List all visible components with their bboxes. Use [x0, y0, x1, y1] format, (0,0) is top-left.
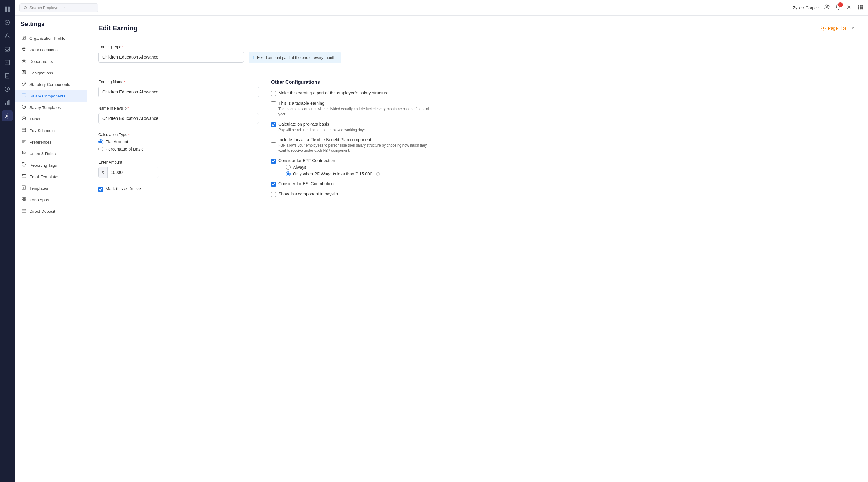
time-icon[interactable]: [2, 84, 13, 95]
calculation-type-label: Calculation Type *: [98, 132, 259, 137]
settings-rail-icon[interactable]: [2, 111, 13, 121]
templates-icon: [22, 185, 26, 191]
svg-point-20: [828, 5, 830, 7]
config-1-checkbox[interactable]: [271, 91, 276, 96]
sidebar-item-label: Departments: [29, 59, 53, 64]
svg-point-42: [23, 71, 24, 72]
required-star: *: [122, 45, 123, 49]
people-topbar-icon[interactable]: [824, 4, 830, 11]
svg-rect-38: [23, 61, 24, 62]
config-5-checkbox[interactable]: [271, 159, 276, 164]
config-6-checkbox-item: Consider for ESI Contribution: [271, 181, 432, 187]
calculation-type-radio-group: Flat Amount Percentage of Basic: [98, 139, 259, 151]
notification-icon[interactable]: 5: [835, 4, 841, 11]
percentage-basic-radio[interactable]: Percentage of Basic: [98, 147, 259, 151]
earning-type-input[interactable]: [98, 52, 244, 62]
sidebar-item-statutory[interactable]: Statutory Components: [14, 79, 87, 90]
svg-rect-51: [22, 129, 26, 132]
mark-active-checkbox-item: Mark this as Active: [98, 187, 259, 192]
svg-rect-57: [22, 174, 26, 178]
page-tips-close[interactable]: ✕: [851, 26, 855, 31]
name-in-payslip-label: Name in Payslip *: [98, 106, 259, 111]
svg-point-21: [848, 6, 850, 8]
name-in-payslip-group: Name in Payslip *: [98, 106, 259, 124]
mark-active-checkbox[interactable]: [98, 187, 103, 192]
earning-name-group: Earning Name *: [98, 80, 259, 97]
tasks-icon[interactable]: [2, 57, 13, 68]
svg-rect-65: [22, 209, 26, 212]
tips-bulb-icon: [821, 26, 826, 31]
sidebar-item-taxes[interactable]: Taxes: [14, 113, 87, 125]
config-3-checkbox[interactable]: [271, 122, 276, 127]
svg-rect-23: [860, 5, 861, 6]
company-dropdown-icon: [816, 6, 819, 10]
svg-rect-0: [5, 7, 7, 9]
config-7-checkbox[interactable]: [271, 192, 276, 197]
topbar: Search Employee Zylker Corp 5: [14, 0, 868, 16]
config-6-checkbox[interactable]: [271, 182, 276, 187]
departments-icon: [22, 58, 26, 64]
sidebar-item-work-locations[interactable]: Work Locations: [14, 44, 87, 56]
epf-condition-radio-input[interactable]: [286, 171, 290, 176]
svg-point-55: [23, 151, 24, 153]
earning-name-input[interactable]: [98, 86, 259, 97]
percentage-basic-radio-input[interactable]: [98, 147, 103, 151]
config-2-checkbox[interactable]: [271, 102, 276, 106]
preferences-icon: [22, 139, 26, 145]
svg-rect-28: [858, 8, 859, 9]
sidebar-item-preferences[interactable]: Preferences: [14, 136, 87, 148]
sidebar-item-label: Direct Deposit: [29, 209, 55, 214]
sidebar-item-email-templates[interactable]: Email Templates: [14, 171, 87, 182]
earning-type-info-box: ℹ Fixed amount paid at the end of every …: [249, 52, 341, 63]
left-column: Earning Name * Name in Payslip *: [98, 80, 259, 202]
people-icon[interactable]: [2, 30, 13, 41]
amount-input[interactable]: [108, 167, 159, 177]
reporting-tags-icon: [22, 162, 26, 168]
zoho-apps-icon: [22, 197, 26, 203]
epf-always-radio-input[interactable]: [286, 165, 290, 170]
page-tips-button[interactable]: Page Tips ✕: [818, 24, 857, 32]
settings-topbar-icon[interactable]: [846, 4, 852, 11]
grid-apps-icon[interactable]: [857, 4, 863, 11]
config-4-checkbox[interactable]: [271, 138, 276, 143]
enter-amount-group: Enter Amount ₹ ▲ ▼: [98, 160, 259, 178]
svg-point-5: [7, 22, 8, 23]
email-templates-icon: [22, 174, 26, 180]
svg-rect-25: [858, 6, 859, 7]
sidebar-item-pay-schedule[interactable]: Pay Schedule: [14, 125, 87, 136]
svg-point-18: [24, 6, 26, 9]
sidebar-item-users-roles[interactable]: Users & Roles: [14, 148, 87, 159]
sidebar-item-departments[interactable]: Departments: [14, 56, 87, 67]
svg-rect-29: [860, 8, 861, 9]
sidebar-item-salary-components[interactable]: Salary Components: [14, 90, 87, 102]
sidebar-item-reporting-tags[interactable]: Reporting Tags: [14, 159, 87, 171]
company-name[interactable]: Zylker Corp: [793, 5, 819, 10]
name-in-payslip-input[interactable]: [98, 113, 259, 124]
svg-point-50: [23, 118, 25, 119]
sidebar-item-templates[interactable]: Templates: [14, 182, 87, 194]
records-icon[interactable]: [2, 70, 13, 81]
sidebar-item-org-profile[interactable]: Organisation Profile: [14, 32, 87, 44]
taxes-icon: [22, 116, 26, 122]
epf-condition-radio[interactable]: Only when PF Wage is less than ₹ 15,000: [286, 171, 432, 176]
sidebar-item-zoho-apps[interactable]: Zoho Apps: [14, 194, 87, 205]
inbox-icon[interactable]: [2, 44, 13, 55]
logo-icon[interactable]: [2, 4, 13, 15]
sidebar-item-direct-deposit[interactable]: Direct Deposit: [14, 205, 87, 217]
svg-rect-64: [24, 199, 26, 201]
svg-rect-62: [24, 197, 26, 199]
users-roles-icon: [22, 150, 26, 157]
flat-amount-radio-input[interactable]: [98, 139, 103, 144]
page-title: Edit Earning: [98, 24, 138, 32]
svg-point-56: [23, 163, 23, 164]
sidebar-item-salary-templates[interactable]: Salary Templates: [14, 102, 87, 113]
info-circle-icon: ℹ: [253, 55, 255, 60]
dashboard-icon[interactable]: [2, 17, 13, 28]
search-box[interactable]: Search Employee: [20, 3, 98, 12]
svg-point-69: [378, 173, 378, 173]
svg-rect-37: [22, 61, 23, 62]
sidebar-item-designations[interactable]: Designations: [14, 67, 87, 79]
chart-icon[interactable]: [2, 97, 13, 108]
flat-amount-radio[interactable]: Flat Amount: [98, 139, 259, 144]
epf-always-radio[interactable]: Always: [286, 165, 432, 170]
